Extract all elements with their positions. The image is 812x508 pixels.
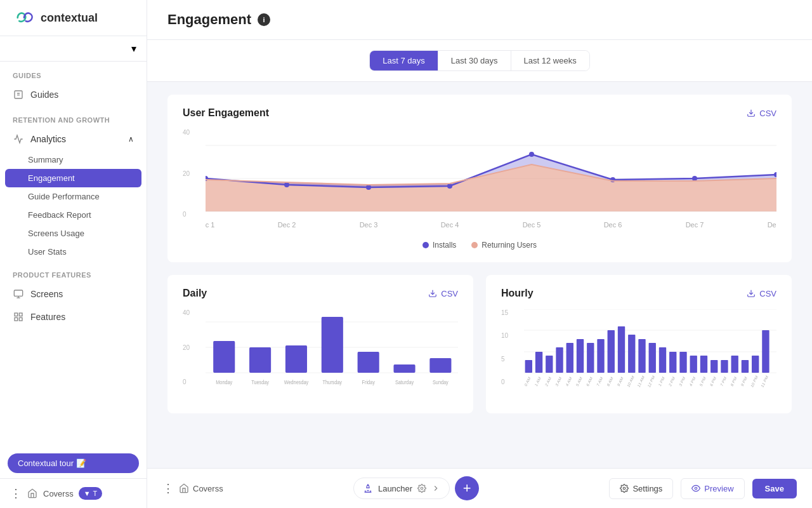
svg-text:10 PM: 10 PM [750, 375, 759, 388]
svg-rect-56 [556, 347, 563, 373]
home-icon [27, 488, 38, 499]
daily-chart-container: 0 20 40 [183, 309, 458, 401]
svg-rect-62 [618, 326, 625, 373]
sidebar-item-features[interactable]: Features [0, 305, 147, 328]
main-content: Engagement i Last 7 days Last 30 days La… [147, 0, 812, 508]
daily-csv-btn[interactable]: CSV [428, 289, 458, 298]
sidebar-item-feedback-report[interactable]: Feedback Report [0, 206, 147, 224]
svg-rect-60 [597, 339, 604, 373]
user-engagement-csv-btn[interactable]: CSV [747, 109, 776, 118]
sidebar-item-summary[interactable]: Summary [0, 150, 147, 169]
preview-button[interactable]: Preview [681, 478, 744, 499]
analytics-chevron-icon: ∧ [128, 135, 134, 144]
settings-button[interactable]: Settings [609, 478, 673, 499]
sidebar-item-screens-usage[interactable]: Screens Usage [0, 224, 147, 243]
add-button[interactable]: + [455, 476, 479, 500]
three-dots-menu[interactable]: ⋮ [10, 486, 22, 500]
contextual-tour-banner[interactable]: Contextual tour 📝 [8, 453, 139, 473]
toggle-label: T [93, 490, 98, 497]
installs-dot [422, 242, 429, 248]
svg-rect-63 [628, 335, 635, 373]
svg-text:Dec 4: Dec 4 [441, 221, 459, 229]
save-button[interactable]: Save [752, 479, 797, 498]
daily-title: Daily [183, 288, 207, 299]
user-engagement-header: User Engagement CSV [183, 107, 776, 119]
settings-gear-icon [620, 484, 629, 493]
svg-rect-71 [710, 360, 717, 373]
svg-rect-35 [249, 347, 271, 373]
workspace-dropdown[interactable]: ▾ [0, 36, 147, 62]
sidebar-item-screens[interactable]: Screens [0, 283, 147, 305]
svg-text:11 AM: 11 AM [636, 375, 645, 388]
sidebar-item-user-stats[interactable]: User Stats [0, 243, 147, 261]
user-stats-label: User Stats [28, 247, 67, 257]
logo-icon [13, 10, 36, 25]
user-engagement-section: User Engagement CSV 0 20 40 [167, 95, 792, 262]
time-btn-12weeks[interactable]: Last 12 weeks [511, 51, 589, 70]
chevron-right-icon [431, 484, 440, 493]
svg-text:Tuesday: Tuesday [251, 379, 270, 385]
info-icon[interactable]: i [258, 13, 270, 26]
analytics-label: Analytics [30, 134, 66, 144]
toolbar-three-dots[interactable]: ⋮ [162, 481, 174, 495]
svg-rect-4 [15, 313, 18, 316]
hourly-y-labels: 0 5 10 15 [501, 309, 521, 385]
contextual-tour-label: Contextual tour 📝 [18, 458, 86, 468]
svg-text:9 AM: 9 AM [617, 376, 624, 387]
svg-text:2 AM: 2 AM [544, 376, 552, 387]
svg-rect-6 [15, 318, 18, 321]
sidebar-item-engagement[interactable]: Engagement [5, 169, 141, 187]
launcher-label: Launcher [378, 484, 412, 493]
toolbar-center: Launcher + [353, 476, 479, 500]
svg-rect-1 [14, 290, 22, 296]
svg-rect-5 [19, 313, 22, 316]
returning-label: Returning Users [481, 241, 537, 250]
logo-text: contextual [41, 11, 98, 25]
svg-rect-34 [213, 341, 235, 373]
svg-text:1 PM: 1 PM [658, 376, 665, 387]
hourly-csv-btn[interactable]: CSV [747, 289, 776, 298]
svg-point-16 [366, 185, 371, 190]
svg-point-17 [447, 184, 452, 189]
monitor-icon [13, 288, 24, 300]
time-btn-30days[interactable]: Last 30 days [438, 51, 511, 70]
home-label: Coverss [43, 489, 74, 498]
svg-rect-37 [322, 317, 343, 373]
summary-label: Summary [28, 155, 63, 164]
hourly-download-icon [747, 289, 756, 298]
features-label: Features [30, 312, 65, 322]
toolbar-home[interactable]: Coverss [179, 483, 223, 493]
sidebar-item-guide-performance[interactable]: Guide Performance [0, 187, 147, 206]
download-icon [747, 109, 756, 117]
csv-label: CSV [759, 109, 776, 118]
svg-rect-65 [649, 343, 656, 373]
svg-text:2 PM: 2 PM [668, 376, 676, 387]
engagement-label: Engagement [28, 173, 75, 183]
screens-usage-label: Screens Usage [28, 229, 84, 238]
sidebar-item-guides[interactable]: Guides [0, 83, 147, 106]
svg-text:Thursday: Thursday [323, 379, 343, 385]
svg-text:4 AM: 4 AM [565, 376, 572, 387]
svg-text:Dec 8: Dec 8 [768, 221, 776, 229]
hourly-bar-svg: 0 AM 1 AM 2 AM 3 AM 4 AM 5 AM 6 AM 7 AM … [524, 309, 776, 398]
svg-text:12 PM: 12 PM [647, 375, 656, 388]
svg-text:Monday: Monday [216, 379, 233, 385]
svg-rect-36 [285, 345, 307, 373]
svg-text:5 AM: 5 AM [575, 376, 583, 387]
grid-icon [13, 311, 24, 323]
sidebar-item-analytics[interactable]: Analytics ∧ [0, 128, 147, 150]
hourly-title: Hourly [501, 288, 534, 299]
line-chart-svg: Dec 1 Dec 2 Dec 3 Dec 4 Dec 5 Dec 6 Dec … [206, 129, 776, 231]
daily-download-icon [428, 289, 437, 298]
guide-performance-label: Guide Performance [28, 192, 100, 201]
time-btn-7days[interactable]: Last 7 days [370, 51, 438, 70]
launcher-button[interactable]: Launcher [353, 478, 450, 499]
svg-text:9 PM: 9 PM [740, 376, 748, 387]
svg-text:Dec 7: Dec 7 [686, 221, 704, 229]
screens-label: Screens [30, 289, 63, 299]
svg-rect-55 [546, 356, 553, 373]
toggle-pill[interactable]: ▼ T [79, 487, 103, 500]
svg-text:Wednesday: Wednesday [284, 379, 309, 385]
section-retention: Retention and growth [0, 106, 147, 128]
daily-y-labels: 0 20 40 [183, 309, 203, 385]
